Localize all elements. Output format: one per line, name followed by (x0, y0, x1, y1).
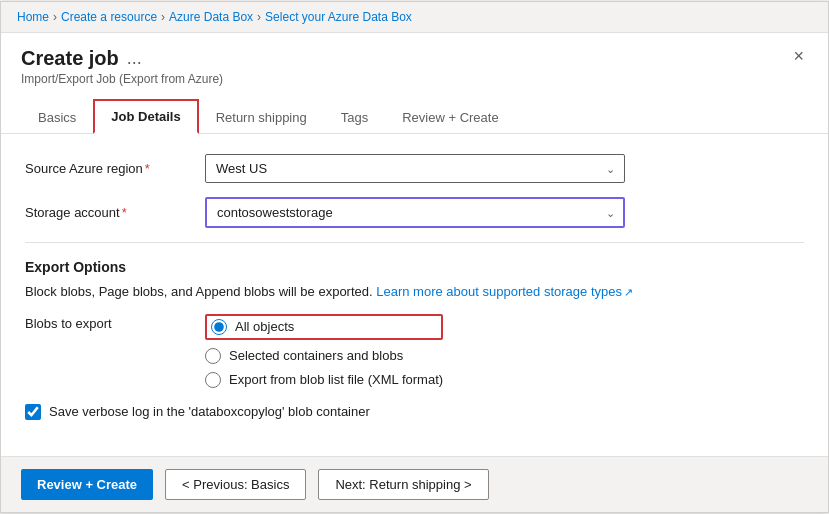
radio-blob-list-file[interactable]: Export from blob list file (XML format) (205, 372, 443, 388)
tab-basics[interactable]: Basics (21, 101, 93, 133)
blobs-to-export-label: Blobs to export (25, 314, 205, 331)
source-required-star: * (145, 161, 150, 176)
radio-selected-containers-input[interactable] (205, 348, 221, 364)
tab-return-shipping[interactable]: Return shipping (199, 101, 324, 133)
breadcrumb-select-data-box[interactable]: Select your Azure Data Box (265, 10, 412, 24)
radio-blob-list-file-input[interactable] (205, 372, 221, 388)
storage-account-control: contosoweststorage ⌄ (205, 197, 625, 228)
modal-subtitle: Import/Export Job (Export from Azure) (21, 72, 223, 86)
radio-all-objects-input[interactable] (211, 319, 227, 335)
source-region-label: Source Azure region* (25, 161, 205, 176)
export-options-title: Export Options (25, 259, 804, 275)
footer-bar: Review + Create < Previous: Basics Next:… (1, 456, 828, 512)
storage-required-star: * (122, 205, 127, 220)
radio-options-group: All objects Selected containers and blob… (205, 314, 443, 388)
previous-button[interactable]: < Previous: Basics (165, 469, 306, 500)
modal-title: Create job ... (21, 47, 223, 70)
next-button[interactable]: Next: Return shipping > (318, 469, 488, 500)
radio-all-objects[interactable]: All objects (205, 314, 443, 340)
storage-account-row: Storage account* contosoweststorage ⌄ (25, 197, 804, 228)
radio-selected-containers[interactable]: Selected containers and blobs (205, 348, 443, 364)
tabs-bar: Basics Job Details Return shipping Tags … (1, 86, 828, 134)
breadcrumb: Home › Create a resource › Azure Data Bo… (1, 2, 828, 33)
radio-all-objects-label: All objects (235, 319, 294, 334)
storage-account-select[interactable]: contosoweststorage (205, 197, 625, 228)
source-region-row: Source Azure region* West US ⌄ (25, 154, 804, 183)
review-create-button[interactable]: Review + Create (21, 469, 153, 500)
breadcrumb-azure-data-box[interactable]: Azure Data Box (169, 10, 253, 24)
export-description: Block blobs, Page blobs, and Append blob… (25, 283, 804, 301)
content-area: Source Azure region* West US ⌄ Storage a… (1, 134, 828, 455)
verbose-log-row: Save verbose log in the 'databoxcopylog'… (25, 404, 804, 420)
breadcrumb-create-resource[interactable]: Create a resource (61, 10, 157, 24)
verbose-log-label: Save verbose log in the 'databoxcopylog'… (49, 404, 370, 419)
verbose-log-checkbox[interactable] (25, 404, 41, 420)
learn-more-link[interactable]: Learn more about supported storage types… (376, 284, 633, 299)
close-button[interactable]: × (789, 47, 808, 65)
tab-tags[interactable]: Tags (324, 101, 385, 133)
breadcrumb-home[interactable]: Home (17, 10, 49, 24)
source-region-select[interactable]: West US (205, 154, 625, 183)
blobs-to-export-row: Blobs to export All objects Selected con… (25, 314, 804, 388)
ellipsis-menu[interactable]: ... (127, 48, 142, 69)
radio-blob-list-file-label: Export from blob list file (XML format) (229, 372, 443, 387)
external-link-icon: ↗ (624, 286, 633, 298)
modal-header: Create job ... Import/Export Job (Export… (1, 33, 828, 86)
section-divider (25, 242, 804, 243)
tab-review-create[interactable]: Review + Create (385, 101, 515, 133)
storage-account-label: Storage account* (25, 205, 205, 220)
tab-job-details[interactable]: Job Details (93, 99, 198, 134)
source-region-control: West US ⌄ (205, 154, 625, 183)
radio-selected-containers-label: Selected containers and blobs (229, 348, 403, 363)
